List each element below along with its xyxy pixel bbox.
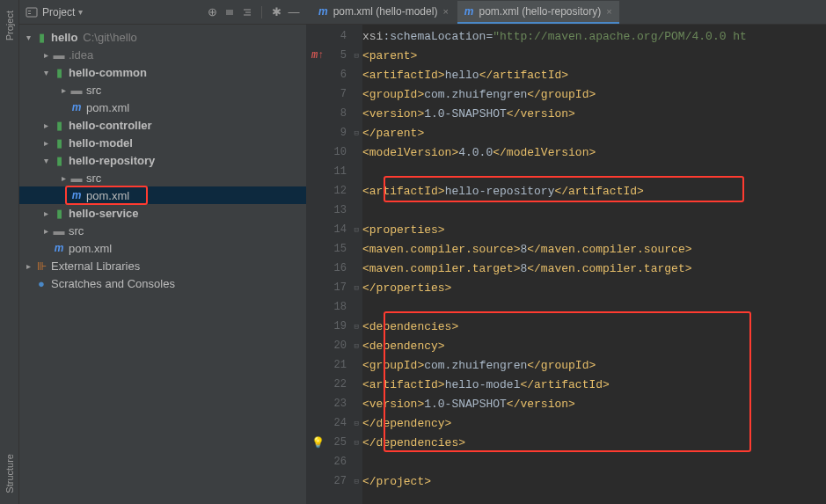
- maven-file-icon: m: [464, 5, 474, 18]
- project-tree: ▾▮ hello C:\git\hello ▸▬ .idea ▾▮ hello-…: [19, 25, 306, 504]
- code-editor[interactable]: 4 m↑5⊟ 6 7 8 9⊟ 10 11 12 13 14⊟ 15 16 17…: [306, 25, 826, 504]
- tree-hello-controller[interactable]: ▸▮ hello-controller: [19, 116, 306, 134]
- svg-rect-0: [26, 8, 37, 17]
- tree-hello-common[interactable]: ▾▮ hello-common: [19, 63, 306, 81]
- maven-file-icon: m: [318, 5, 328, 18]
- tree-hello-service[interactable]: ▸▮ hello-service: [19, 204, 306, 222]
- editor-tabs: m pom.xml (hello-model) × m pom.xml (hel…: [306, 0, 826, 25]
- tree-src[interactable]: ▸▬ src: [19, 222, 306, 239]
- editor-area: m pom.xml (hello-model) × m pom.xml (hel…: [306, 0, 826, 504]
- maven-reimport-icon[interactable]: m↑: [311, 49, 324, 62]
- gutter: 4 m↑5⊟ 6 7 8 9⊟ 10 11 12 13 14⊟ 15 16 17…: [306, 25, 362, 504]
- sidebar-title[interactable]: Project ▾: [42, 6, 83, 18]
- close-icon[interactable]: ×: [442, 6, 448, 17]
- code-content[interactable]: xsi:schemaLocation="http://maven.apache.…: [362, 25, 826, 504]
- project-tree-icon: [25, 5, 39, 19]
- svg-rect-2: [28, 13, 31, 14]
- settings-icon[interactable]: ✱: [269, 5, 283, 19]
- tree-external-libraries[interactable]: ▸⊪ External Libraries: [19, 257, 306, 274]
- tree-idea[interactable]: ▸▬ .idea: [19, 46, 306, 63]
- rail-structure[interactable]: Structure: [4, 449, 15, 499]
- collapse-all-icon[interactable]: [240, 5, 254, 19]
- intention-bulb-icon[interactable]: 💡: [311, 436, 325, 449]
- tab-pom-model[interactable]: m pom.xml (hello-model) ×: [311, 1, 456, 24]
- tree-hello-common-pom[interactable]: m pom.xml: [19, 99, 306, 116]
- tree-hello-common-src[interactable]: ▸▬ src: [19, 81, 306, 99]
- sidebar-header: Project ▾ ⊕ ✱ —: [19, 0, 306, 25]
- tree-hello-model[interactable]: ▸▮ hello-model: [19, 134, 306, 151]
- tree-hello-repository[interactable]: ▾▮ hello-repository: [19, 151, 306, 169]
- svg-rect-1: [28, 11, 31, 11]
- tree-hello-repository-pom[interactable]: m pom.xml: [19, 186, 306, 204]
- divider: [261, 6, 262, 18]
- expand-all-icon[interactable]: [223, 5, 237, 19]
- select-opened-file-icon[interactable]: ⊕: [205, 5, 219, 19]
- project-sidebar: Project ▾ ⊕ ✱ — ▾▮ hello C:\git\hello ▸▬: [19, 0, 306, 504]
- tree-scratches[interactable]: ● Scratches and Consoles: [19, 274, 306, 292]
- tree-hello-repository-src[interactable]: ▸▬ src: [19, 169, 306, 186]
- rail-project[interactable]: Project: [4, 5, 15, 46]
- close-icon[interactable]: ×: [606, 6, 611, 17]
- tree-root[interactable]: ▾▮ hello C:\git\hello: [19, 28, 306, 46]
- hide-icon[interactable]: —: [287, 5, 301, 19]
- tree-root-pom[interactable]: m pom.xml: [19, 239, 306, 257]
- tab-pom-repository[interactable]: m pom.xml (hello-repository) ×: [457, 1, 619, 24]
- left-tool-rail: Project Structure: [0, 0, 19, 504]
